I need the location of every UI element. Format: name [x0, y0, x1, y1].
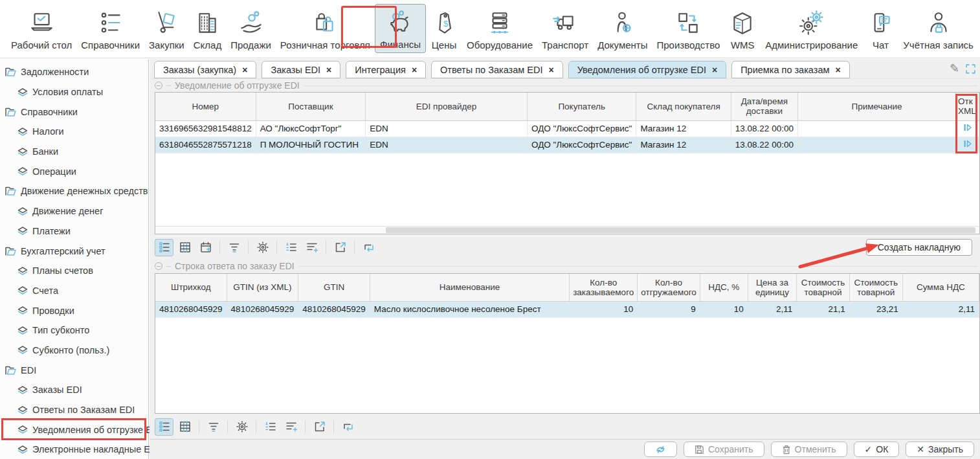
top-item-sales[interactable]: Продажи [226, 4, 276, 53]
list-view-icon[interactable] [155, 418, 173, 436]
tree-item-operations[interactable]: Операции [0, 161, 148, 181]
gear-icon[interactable] [253, 239, 272, 256]
tree-item-edi-order-responses[interactable]: Ответы по Заказам EDI [0, 400, 148, 420]
export-icon[interactable] [331, 239, 350, 256]
tree-item-accounting[interactable]: Бухгалтерский учет [0, 241, 148, 261]
list-view-icon[interactable] [155, 239, 173, 256]
add-row-icon[interactable] [302, 239, 321, 256]
tree-item-edi[interactable]: EDI [0, 360, 148, 380]
top-item-documents[interactable]: Документы [593, 4, 652, 53]
tree-item-banks[interactable]: Банки [0, 142, 148, 162]
ok-button[interactable]: ✓ ОК [854, 442, 900, 457]
tree-item-money-movement[interactable]: Движение денег [0, 201, 148, 221]
column-header[interactable]: Штрихкод [155, 274, 227, 301]
create-invoice-button[interactable]: Создать накладную [866, 239, 972, 256]
close-icon[interactable]: × [548, 65, 553, 75]
tab-edi-orders[interactable]: Заказы EDI × [262, 61, 340, 78]
column-header[interactable]: Покупатель [527, 93, 636, 120]
column-header[interactable]: Номер [155, 93, 256, 120]
top-item-wms[interactable]: WMS [724, 4, 761, 53]
tree-item-payment-terms[interactable]: Условия оплаты [0, 82, 148, 102]
column-header[interactable]: Отк XML [956, 93, 979, 120]
tree-item-cash-flow[interactable]: Движение денежных средств [0, 181, 148, 201]
tab-edi-order-responses[interactable]: Ответы по Заказам EDI × [431, 61, 563, 78]
column-header[interactable]: НДС, % [700, 274, 748, 301]
column-header[interactable]: Стоимость товарной [797, 274, 849, 301]
add-row-icon[interactable] [282, 418, 300, 436]
grid-view-icon[interactable] [175, 418, 194, 436]
grid-view-icon[interactable] [175, 239, 194, 256]
close-button[interactable]: ✕ Закрыть [906, 442, 974, 457]
calendar-icon[interactable] [196, 239, 215, 256]
tree-item-chart-of-accounts[interactable]: Планы счетов [0, 261, 148, 281]
tab-edi-shipment-notices[interactable]: Уведомления об отгрузке EDI × [568, 61, 727, 78]
cancel-button[interactable]: Отменить [771, 442, 847, 457]
export-icon[interactable] [310, 418, 329, 436]
top-item-account[interactable]: Учётная запись [898, 4, 978, 53]
close-icon[interactable]: × [326, 65, 331, 75]
top-item-retail[interactable]: Розничная торговля [276, 4, 375, 53]
fullscreen-icon[interactable] [965, 63, 976, 74]
tree-item-payments[interactable]: Платежи [0, 221, 148, 241]
column-header[interactable]: Поставщик [256, 93, 366, 120]
tree-item-postings[interactable]: Проводки [0, 300, 148, 320]
table-row-selected[interactable]: 4810268045929 4810268045929 481026804592… [155, 301, 979, 317]
top-item-administration[interactable]: Администрирование [761, 4, 862, 53]
top-item-production[interactable]: Производство [652, 4, 724, 53]
tab-orders-purchase[interactable]: Заказы (закупка) × [154, 61, 256, 78]
numbered-list-icon[interactable] [261, 418, 280, 436]
tree-item-edi-electronic-invoices[interactable]: Электронные накладные EDI [0, 440, 148, 459]
top-item-warehouse[interactable]: Склад [189, 4, 226, 53]
open-xml-icon[interactable] [963, 123, 972, 132]
table-row-selected[interactable]: 6318046552875571218 П МОЛОЧНЫЙ ГОСТИН ED… [155, 137, 979, 153]
tab-order-acceptance[interactable]: Приемка по заказам × [731, 61, 849, 78]
edit-pencil-icon[interactable]: ✎ [950, 62, 959, 76]
column-header[interactable]: Сумма НДС [902, 274, 979, 301]
top-item-transport[interactable]: Транспорт [537, 4, 593, 53]
filter-icon[interactable] [204, 418, 223, 436]
close-icon[interactable]: × [412, 65, 417, 75]
column-header[interactable]: Склад покупателя [636, 93, 731, 120]
column-header[interactable]: Наименование [370, 274, 569, 301]
top-item-equipment[interactable]: Оборудование [462, 4, 537, 53]
tree-item-references[interactable]: Справочники [0, 102, 148, 122]
column-header[interactable]: GTIN [298, 274, 370, 301]
top-item-chat[interactable]: Чат [862, 4, 898, 53]
save-button[interactable]: Сохранить [684, 442, 764, 457]
gear-icon[interactable] [232, 418, 251, 436]
filter-icon[interactable] [225, 239, 243, 256]
close-icon[interactable]: × [242, 65, 247, 75]
collapse-icon[interactable] [155, 82, 162, 89]
column-header[interactable]: GTIN (из XML) [227, 274, 298, 301]
column-header[interactable]: EDI провайдер [366, 93, 528, 120]
top-item-purchases[interactable]: Закупки [144, 4, 189, 53]
column-header[interactable]: Кол-во отгружаемого [638, 274, 700, 301]
close-icon[interactable]: × [712, 65, 717, 75]
open-xml-icon[interactable] [963, 139, 972, 148]
tree-item-edi-shipment-notices[interactable]: Уведомления об отгрузке EDI [0, 420, 148, 440]
tree-item-debts[interactable]: Задолженности [0, 62, 148, 82]
table-row[interactable]: 3316965632981548812 АО "ЛюксСофтТорг" ED… [155, 120, 979, 137]
column-header[interactable]: Цена за единицу [748, 274, 796, 301]
refresh-loop-icon[interactable] [359, 239, 378, 256]
tree-item-edi-orders[interactable]: Заказы EDI [0, 380, 148, 400]
refresh-button[interactable] [644, 442, 677, 457]
top-item-prices[interactable]: $ Цены [426, 4, 462, 53]
numbered-list-icon[interactable] [282, 239, 300, 256]
scrollbar-thumb[interactable] [386, 227, 975, 233]
collapse-icon[interactable] [155, 262, 162, 270]
tree-item-accounts[interactable]: Счета [0, 281, 148, 301]
refresh-loop-icon[interactable] [339, 418, 357, 436]
tree-item-subconto-type[interactable]: Тип субконто [0, 320, 148, 341]
column-header[interactable]: Примечание [797, 93, 955, 120]
top-item-finance[interactable]: Финансы [375, 4, 426, 53]
top-item-directories[interactable]: Справочники [76, 4, 144, 53]
tree-item-taxes[interactable]: Налоги [0, 122, 148, 142]
tree-item-subconto-user[interactable]: Субконто (польз.) [0, 341, 148, 361]
close-icon[interactable]: × [835, 65, 840, 75]
column-header[interactable]: Кол-во заказываемого [570, 274, 638, 301]
column-header[interactable]: Стоимость товарной [849, 274, 902, 301]
top-item-desktop[interactable]: Рабочий стол [6, 4, 76, 53]
tab-integration[interactable]: Интеграция × [346, 61, 426, 78]
column-header[interactable]: Дата/время доставки [731, 93, 797, 120]
